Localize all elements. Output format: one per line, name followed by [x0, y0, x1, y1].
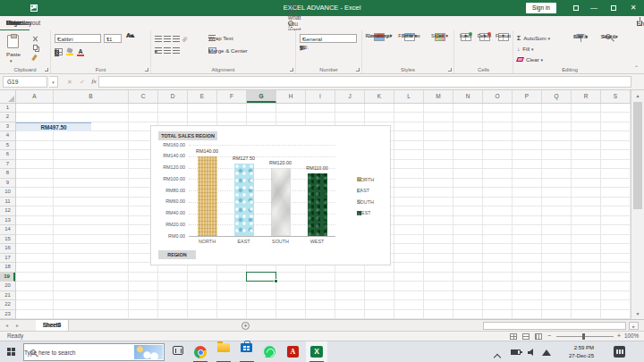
column-header-P[interactable]: P — [513, 90, 542, 103]
page-layout-view-icon[interactable] — [522, 333, 530, 340]
hscroll-right-icon[interactable]: ▸ — [629, 322, 639, 330]
column-header-J[interactable]: J — [335, 90, 365, 103]
chart-title-field-button[interactable]: TOTAL SALES REGION — [158, 131, 217, 140]
number-format-select[interactable]: General▾ — [300, 34, 357, 43]
tab-scroll-right-icon[interactable]: ▸ — [16, 322, 19, 328]
cancel-icon[interactable]: ✕ — [64, 76, 75, 88]
taskbar-task-view-icon[interactable] — [168, 341, 190, 362]
news-weather-thumbnail[interactable] — [134, 345, 163, 359]
align-center-icon[interactable] — [164, 47, 171, 54]
scroll-up-icon[interactable]: ▲ — [633, 91, 642, 100]
zoom-out-icon[interactable]: − — [547, 332, 551, 341]
selected-cell[interactable] — [246, 272, 276, 282]
chart-bar-north[interactable] — [198, 156, 217, 236]
row-header-3[interactable]: 3 — [0, 122, 15, 131]
zoom-slider-thumb[interactable] — [582, 333, 585, 340]
row-header-12[interactable]: 12 — [0, 206, 15, 215]
taskbar-whatsapp-icon[interactable] — [259, 341, 281, 362]
row-header-23[interactable]: 23 — [0, 310, 15, 319]
column-header-M[interactable]: M — [424, 90, 453, 103]
taskbar-search-box[interactable]: Type here to search — [23, 343, 165, 361]
row-header-6[interactable]: 6 — [0, 150, 15, 159]
wrap-text-button[interactable]: Wrap Text — [208, 35, 216, 41]
name-box-dropdown-icon[interactable]: ▾ — [49, 76, 58, 88]
row-header-15[interactable]: 15 — [0, 235, 15, 244]
column-header-N[interactable]: N — [453, 90, 483, 103]
tray-clock[interactable]: 2:59 PM 27-Dec-25 — [555, 344, 594, 360]
normal-view-icon[interactable] — [510, 333, 517, 340]
row-header-8[interactable]: 8 — [0, 169, 15, 178]
scroll-down-icon[interactable]: ▼ — [633, 309, 642, 318]
column-header-D[interactable]: D — [158, 90, 188, 103]
tab-scroll-left-icon[interactable]: ◂ — [5, 322, 8, 328]
close-button[interactable]: ✕ — [624, 0, 642, 16]
vertical-scroll-thumb[interactable] — [633, 102, 642, 209]
start-button[interactable] — [0, 341, 23, 362]
sheet-tab-sheet6[interactable]: Sheet6 — [36, 320, 69, 331]
row-header-17[interactable]: 17 — [0, 254, 15, 263]
minimize-button[interactable]: — — [585, 0, 603, 16]
row-header-7[interactable]: 7 — [0, 160, 15, 169]
zoom-slider-track[interactable] — [556, 336, 614, 337]
chart-bar-south[interactable] — [271, 168, 291, 237]
new-sheet-icon[interactable]: + — [242, 322, 250, 330]
row-header-10[interactable]: 10 — [0, 188, 15, 197]
enter-icon[interactable]: ✓ — [77, 76, 88, 88]
pivot-grand-total-row[interactable]: Grand TotalRM497.50 — [16, 122, 129, 131]
column-header-O[interactable]: O — [483, 90, 513, 103]
paste-button[interactable]: Paste — [0, 51, 27, 57]
cut-icon[interactable] — [32, 36, 39, 42]
maximize-button[interactable] — [605, 0, 623, 16]
row-header-13[interactable]: 13 — [0, 216, 15, 225]
column-header-R[interactable]: R — [572, 90, 601, 103]
column-header-K[interactable]: K — [365, 90, 394, 103]
speaker-icon[interactable] — [528, 349, 537, 356]
vertical-scrollbar[interactable]: ▲ ▼ — [631, 90, 644, 319]
chart-bar-west[interactable] — [308, 173, 327, 236]
row-header-11[interactable]: 11 — [0, 198, 15, 206]
zoom-in-icon[interactable]: + — [617, 332, 621, 341]
chart-region-field-button[interactable]: REGION ▾ — [158, 250, 196, 259]
merge-center-button[interactable]: Merge & Center ▾ — [208, 47, 216, 54]
column-header-G[interactable]: G — [247, 90, 276, 103]
font-name-select[interactable]: Calibri▾ — [55, 34, 101, 43]
horizontal-scroll-thumb[interactable] — [483, 322, 626, 330]
zoom-level[interactable]: 100% — [624, 332, 639, 341]
column-header-B[interactable]: B — [54, 90, 129, 103]
font-size-select[interactable]: 11▾ — [104, 34, 122, 43]
number-dialog-launcher-icon[interactable] — [356, 68, 360, 72]
font-color-icon[interactable]: A — [77, 48, 84, 56]
autosum-button[interactable]: ΣAutoSum ▾ — [517, 34, 550, 42]
column-header-E[interactable]: E — [188, 90, 217, 103]
name-box[interactable]: G19 — [3, 76, 47, 88]
copy-icon[interactable] — [33, 45, 38, 50]
battery-icon[interactable] — [511, 349, 521, 355]
network-icon[interactable] — [542, 349, 551, 356]
decrease-decimal-icon[interactable]: .00→ — [300, 46, 309, 50]
column-header-A[interactable]: A — [16, 90, 54, 103]
decrease-font-icon[interactable]: A▾ — [126, 32, 132, 38]
chart-bar-east[interactable] — [234, 164, 254, 236]
clear-button[interactable]: Clear ▾ — [517, 55, 543, 63]
pivot-chart[interactable]: TOTAL SALES REGION REGION ▾ RM160.00RM14… — [150, 125, 391, 265]
row-header-2[interactable]: 2 — [0, 113, 15, 122]
alignment-dialog-launcher-icon[interactable] — [290, 68, 293, 72]
column-header-I[interactable]: I — [306, 90, 335, 103]
taskbar-store-icon[interactable] — [236, 341, 258, 362]
taskbar-file-explorer-icon[interactable] — [213, 341, 234, 362]
top-align-icon[interactable] — [155, 36, 162, 42]
select-all-corner[interactable] — [0, 90, 16, 104]
formula-input[interactable] — [98, 76, 631, 88]
paste-dropdown-icon[interactable]: ▾ — [10, 58, 13, 63]
row-header-18[interactable]: 18 — [0, 263, 15, 272]
row-header-22[interactable]: 22 — [0, 300, 15, 309]
column-header-C[interactable]: C — [129, 90, 158, 103]
align-right-icon[interactable] — [173, 47, 180, 54]
row-header-21[interactable]: 21 — [0, 291, 15, 300]
row-header-16[interactable]: 16 — [0, 244, 15, 253]
row-header-19[interactable]: 19 — [0, 273, 15, 282]
format-painter-icon[interactable] — [31, 55, 37, 61]
orientation-icon[interactable]: ab — [180, 33, 190, 43]
column-header-Q[interactable]: Q — [542, 90, 572, 103]
menu-tab-help[interactable]: Help — [0, 16, 25, 29]
